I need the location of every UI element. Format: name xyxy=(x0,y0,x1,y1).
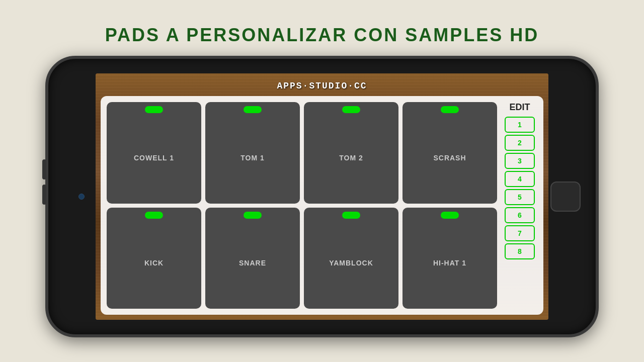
volume-button-up xyxy=(42,159,46,179)
edit-button-5[interactable]: 5 xyxy=(505,189,535,205)
edit-sidebar: EDIT 1 2 3 4 5 6 7 8 xyxy=(502,102,537,309)
pad-label-cowell1: COWELL 1 xyxy=(134,154,174,162)
pad-label-kick: KICK xyxy=(144,259,164,267)
pad-scrash[interactable]: SCRASH xyxy=(403,102,497,204)
pad-label-scrash: SCRASH xyxy=(433,154,466,162)
pad-tom2[interactable]: TOM 2 xyxy=(304,102,398,204)
page-title: PADS A PERSONALIZAR CON SAMPLES HD xyxy=(105,25,539,46)
logo-bar: APPS·STUDIO·CC xyxy=(96,73,548,99)
app-area: COWELL 1 TOM 1 TOM 2 SCRASH KICK xyxy=(101,96,543,315)
pad-indicator-8 xyxy=(441,212,459,219)
phone-screen: APPS·STUDIO·CC COWELL 1 TOM 1 TOM 2 xyxy=(96,73,548,320)
pad-snare[interactable]: SNARE xyxy=(205,208,300,309)
edit-title: EDIT xyxy=(509,102,530,113)
pad-label-hihat1: HI-HAT 1 xyxy=(433,259,466,267)
pads-grid: COWELL 1 TOM 1 TOM 2 SCRASH KICK xyxy=(107,102,497,309)
app-logo: APPS·STUDIO·CC xyxy=(277,81,367,91)
pad-cowell1[interactable]: COWELL 1 xyxy=(107,102,201,204)
home-button[interactable] xyxy=(550,182,581,212)
phone-mockup: APPS·STUDIO·CC COWELL 1 TOM 1 TOM 2 xyxy=(45,56,599,337)
edit-button-6[interactable]: 6 xyxy=(505,207,535,223)
pad-label-yamblock: YAMBLOCK xyxy=(329,259,373,267)
pad-indicator-1 xyxy=(145,106,163,113)
pad-indicator-7 xyxy=(342,212,360,219)
edit-button-4[interactable]: 4 xyxy=(505,171,535,187)
volume-button-down xyxy=(42,185,46,205)
edit-button-8[interactable]: 8 xyxy=(505,243,535,259)
pad-indicator-3 xyxy=(342,106,360,113)
pad-indicator-6 xyxy=(244,212,262,219)
pad-label-tom2: TOM 2 xyxy=(339,154,363,162)
pad-indicator-5 xyxy=(145,212,163,219)
pad-label-snare: SNARE xyxy=(239,259,266,267)
edit-button-1[interactable]: 1 xyxy=(505,117,535,133)
edit-button-7[interactable]: 7 xyxy=(505,225,535,241)
pad-indicator-2 xyxy=(244,106,262,113)
edit-button-3[interactable]: 3 xyxy=(505,153,535,169)
pad-yamblock[interactable]: YAMBLOCK xyxy=(304,208,398,309)
pad-label-tom1: TOM 1 xyxy=(240,154,265,162)
pad-tom1[interactable]: TOM 1 xyxy=(205,102,300,204)
pad-hihat1[interactable]: HI-HAT 1 xyxy=(403,208,497,309)
pad-kick[interactable]: KICK xyxy=(107,208,201,309)
pad-indicator-4 xyxy=(441,106,459,113)
edit-button-2[interactable]: 2 xyxy=(505,135,535,151)
camera-icon xyxy=(78,194,85,200)
